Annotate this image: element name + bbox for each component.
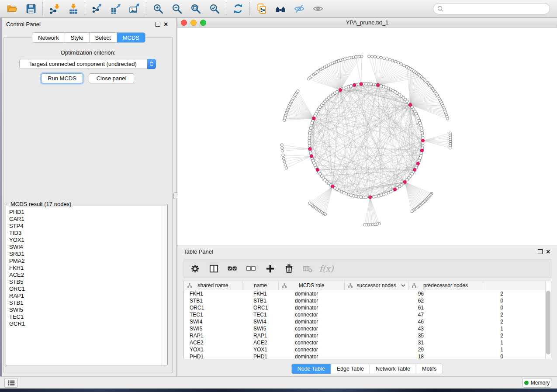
new-network-from-selection-button[interactable]	[252, 1, 271, 16]
save-session-button[interactable]	[21, 1, 40, 16]
first-neighbors-button[interactable]	[271, 1, 290, 16]
tab-select[interactable]: Select	[90, 33, 117, 42]
table-row[interactable]: PHD1PHD1dominator180	[184, 353, 551, 360]
table-tab-motifs[interactable]: Motifs	[416, 364, 442, 374]
new-network-from-selection-icon	[256, 3, 267, 14]
delete-column-button[interactable]	[283, 263, 294, 274]
hide-selected-button[interactable]	[290, 1, 308, 16]
split-columns-icon	[209, 264, 219, 274]
eye-icon	[312, 3, 324, 14]
close-panel-button[interactable]: Close panel	[89, 73, 134, 83]
close-panel-icon[interactable]: ×	[164, 22, 168, 27]
mcds-result-item[interactable]: RAP1	[9, 292, 167, 299]
table-header-row: shared namenameMCDS rolesuccessor nodesp…	[184, 281, 551, 290]
mcds-result-item[interactable]: CAR1	[9, 216, 167, 223]
export-table-button[interactable]	[106, 1, 125, 16]
sort-desc-icon	[401, 284, 405, 287]
cell-name: YOX1	[248, 347, 289, 353]
table-row[interactable]: ORC1ORC1dominator610	[184, 304, 551, 311]
mcds-result-item[interactable]: SWI5	[9, 306, 167, 313]
task-history-button[interactable]	[4, 378, 18, 388]
export-network-button[interactable]	[87, 1, 106, 16]
memory-status-icon	[524, 381, 529, 385]
table-row[interactable]: FKH1FKH1dominator962	[184, 290, 551, 297]
mcds-result-list[interactable]: PHD1CAR1STP4TID3YOX1SWI4SRD1PMA2FKH1ACE2…	[6, 206, 167, 365]
mcds-result-item[interactable]: ORC1	[9, 285, 167, 292]
column-header-mcds-role[interactable]: MCDS role	[279, 281, 345, 290]
column-header-name[interactable]: name	[242, 281, 279, 290]
cell-predecessor-nodes: 1	[429, 347, 509, 353]
memory-button[interactable]: Memory	[522, 378, 551, 388]
mcds-result-item[interactable]: STB5	[9, 279, 167, 285]
tab-mcds[interactable]: MCDS	[117, 33, 145, 42]
mcds-result-item[interactable]: FKH1	[9, 265, 167, 272]
cell-predecessor-nodes: 1	[429, 326, 509, 332]
select-stepper-icon	[147, 59, 156, 69]
cell-mcds-role: connector	[289, 326, 360, 332]
table-row[interactable]: STB1STB1dominator620	[184, 297, 551, 304]
cell-mcds-role: dominator	[289, 354, 360, 360]
mcds-result-item[interactable]: PHD1	[9, 209, 167, 216]
table-row[interactable]: SWI5SWI5connector431	[184, 325, 551, 332]
cell-mcds-role: dominator	[289, 319, 360, 325]
cell-shared-name: ACE2	[184, 340, 248, 346]
network-window-titlebar[interactable]: YPA_prune.txt_1	[177, 18, 557, 28]
open-file-button[interactable]	[3, 1, 21, 16]
select-all-button[interactable]	[227, 263, 238, 274]
float-panel-icon[interactable]	[156, 22, 160, 27]
refresh-button[interactable]	[228, 1, 247, 16]
tab-style[interactable]: Style	[65, 33, 90, 42]
mcds-result-item[interactable]: SRD1	[9, 251, 167, 258]
network-canvas[interactable]	[177, 28, 557, 245]
zoom-out-button[interactable]	[167, 1, 186, 16]
search-input[interactable]	[444, 4, 550, 14]
mcds-result-item[interactable]: SWI4	[9, 244, 167, 251]
import-network-button[interactable]	[45, 1, 64, 16]
node-table: shared namenameMCDS rolesuccessor nodesp…	[183, 281, 551, 359]
table-panel-tabs: Node TableEdge TableNetwork TableMotifs	[291, 364, 443, 374]
mcds-list-scrollbar[interactable]	[162, 206, 167, 365]
deselect-all-button[interactable]	[246, 263, 257, 274]
mcds-result-item[interactable]: YOX1	[9, 237, 167, 244]
mcds-result-item[interactable]: GCR1	[9, 320, 167, 327]
toggle-panes-button[interactable]	[208, 263, 219, 274]
column-header-successor-nodes[interactable]: successor nodes	[345, 281, 408, 290]
import-table-button[interactable]	[64, 1, 83, 16]
table-panel-window-buttons: ×	[538, 249, 550, 254]
search-box[interactable]	[433, 3, 550, 14]
close-panel-icon[interactable]: ×	[546, 250, 550, 254]
column-header-predecessor-nodes[interactable]: predecessor nodes	[408, 281, 483, 290]
mcds-result-item[interactable]: STP4	[9, 223, 167, 230]
column-settings-button[interactable]	[189, 263, 201, 274]
table-tab-edge-table[interactable]: Edge Table	[331, 364, 370, 374]
zoom-fit-button[interactable]	[186, 1, 205, 16]
column-header-shared-name[interactable]: shared name	[184, 281, 242, 290]
zoom-selected-button[interactable]	[205, 1, 224, 16]
zoom-in-button[interactable]	[149, 1, 167, 16]
zoom-in-icon	[152, 3, 164, 14]
table-row[interactable]: RAP1RAP1dominator352	[184, 332, 551, 339]
toolbar-separator	[146, 2, 146, 15]
float-panel-icon[interactable]	[538, 249, 543, 254]
table-tab-network-table[interactable]: Network Table	[370, 364, 416, 374]
control-panel-title: Control Panel	[6, 21, 41, 28]
mcds-result-item[interactable]: PMA2	[9, 258, 167, 265]
show-all-button[interactable]	[308, 1, 327, 16]
mcds-result-item[interactable]: TID3	[9, 230, 167, 237]
optimization-criterion-select[interactable]: largest connected component (undirected)	[19, 59, 156, 69]
table-scrollbar-thumb[interactable]	[546, 291, 550, 354]
add-column-button[interactable]	[264, 263, 276, 274]
run-mcds-button[interactable]: Run MCDS	[41, 73, 83, 83]
mcds-result-item[interactable]: TEC1	[9, 313, 167, 320]
cell-mcds-role: dominator	[289, 333, 360, 339]
tab-network[interactable]: Network	[32, 33, 65, 42]
table-row[interactable]: YOX1YOX1connector291	[184, 346, 551, 353]
cell-predecessor-nodes: 2	[429, 319, 509, 325]
table-tab-node-table[interactable]: Node Table	[292, 364, 331, 374]
export-image-button[interactable]	[125, 1, 144, 16]
table-row[interactable]: SWI4SWI4dominator462	[184, 318, 551, 325]
mcds-result-item[interactable]: STB1	[9, 299, 167, 306]
table-row[interactable]: TEC1TEC1connector472	[184, 311, 551, 318]
table-row[interactable]: ACE2ACE2connector311	[184, 339, 551, 346]
mcds-result-item[interactable]: ACE2	[9, 272, 167, 279]
